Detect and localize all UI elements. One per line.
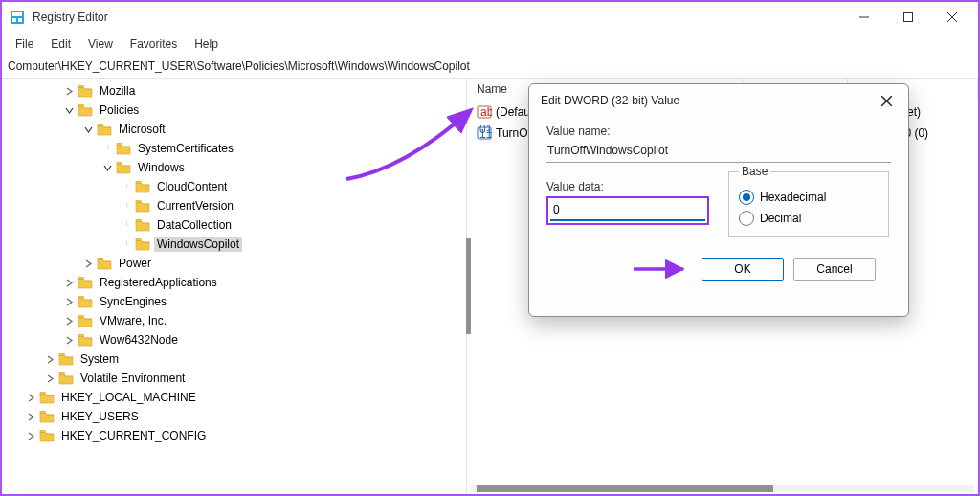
- svg-rect-9: [78, 104, 83, 106]
- tree-item[interactable]: System: [10, 349, 466, 369]
- chevron-right-icon[interactable]: [63, 315, 76, 327]
- tree-item[interactable]: DataCollection: [10, 215, 466, 235]
- tree-item-label: SyncEngines: [97, 294, 169, 309]
- tree-item-label: CurrentVersion: [154, 198, 236, 214]
- menu-help[interactable]: Help: [187, 34, 226, 54]
- tree-item[interactable]: SyncEngines: [10, 292, 466, 311]
- menu-view[interactable]: View: [80, 34, 121, 54]
- regedit-icon: [10, 10, 25, 25]
- tree-item[interactable]: Policies: [10, 101, 466, 120]
- chevron-right-icon[interactable]: [63, 296, 76, 308]
- tree-item-label: Windows: [135, 160, 188, 175]
- chevron-right-icon[interactable]: [63, 277, 76, 289]
- close-button[interactable]: [930, 2, 974, 33]
- tree-item[interactable]: SystemCertificates: [10, 139, 466, 158]
- tree-item-label: Wow6432Node: [97, 332, 181, 348]
- tree-item-label: Microsoft: [116, 122, 168, 137]
- registry-editor-window: Registry Editor File Edit View Favorites…: [0, 0, 980, 496]
- svg-rect-2: [12, 18, 16, 22]
- tree-item-label: System: [78, 351, 122, 367]
- chevron-right-icon[interactable]: [25, 411, 37, 423]
- window-title: Registry Editor: [33, 11, 108, 24]
- svg-rect-26: [136, 238, 141, 240]
- svg-rect-1: [12, 12, 22, 16]
- tree-item-label: RegisteredApplications: [97, 275, 220, 290]
- dialog-close-button[interactable]: [876, 90, 897, 111]
- svg-rect-3: [18, 18, 22, 22]
- chevron-right-icon[interactable]: [63, 334, 76, 347]
- ok-button[interactable]: OK: [702, 258, 784, 281]
- tree-item[interactable]: RegisteredApplications: [10, 273, 466, 292]
- scrollbar-handle-icon[interactable]: [477, 485, 773, 492]
- menu-favorites[interactable]: Favorites: [122, 34, 185, 54]
- chevron-down-icon[interactable]: [63, 104, 76, 117]
- string-value-icon: ab: [477, 104, 492, 120]
- base-legend: Base: [739, 165, 770, 178]
- tree-item-label: Policies: [97, 102, 142, 118]
- svg-rect-28: [78, 277, 83, 279]
- menubar: File Edit View Favorites Help: [2, 33, 978, 56]
- svg-rect-36: [40, 430, 45, 432]
- value-name-label: Value name:: [546, 124, 891, 138]
- svg-rect-13: [117, 143, 122, 145]
- menu-file[interactable]: File: [8, 34, 41, 54]
- value-data-label: Value data:: [546, 180, 709, 193]
- cancel-button[interactable]: Cancel: [793, 258, 876, 281]
- registry-tree[interactable]: MozillaPoliciesMicrosoftSystemCertificat…: [2, 79, 467, 494]
- radio-hexadecimal[interactable]: Hexadecimal: [739, 190, 879, 205]
- tree-item[interactable]: Windows: [10, 158, 466, 177]
- chevron-right-icon[interactable]: [44, 353, 56, 366]
- svg-rect-17: [136, 181, 141, 183]
- svg-rect-8: [78, 85, 83, 87]
- tree-item[interactable]: CurrentVersion: [10, 196, 466, 215]
- tree-item[interactable]: Microsoft: [10, 120, 466, 139]
- radio-dec-label: Decimal: [760, 212, 801, 225]
- tree-item-label: CloudContent: [154, 179, 230, 194]
- svg-rect-5: [904, 13, 913, 22]
- svg-rect-35: [40, 411, 45, 413]
- dialog-title-text: Edit DWORD (32-bit) Value: [541, 94, 679, 107]
- tree-item-label: HKEY_LOCAL_MACHINE: [58, 390, 199, 405]
- tree-item[interactable]: Wow6432Node: [10, 330, 466, 349]
- address-bar[interactable]: Computer\HKEY_CURRENT_USER\Software\Poli…: [2, 56, 978, 79]
- tree-item[interactable]: VMware, Inc.: [10, 311, 466, 330]
- value-data-highlight-box: [546, 196, 709, 225]
- tree-item[interactable]: CloudContent: [10, 177, 466, 196]
- chevron-right-icon[interactable]: [25, 430, 37, 442]
- svg-rect-34: [40, 392, 45, 394]
- tree-item[interactable]: Power: [10, 254, 466, 273]
- horizontal-scrollbar[interactable]: [471, 485, 974, 492]
- chevron-right-icon[interactable]: [63, 85, 76, 98]
- tree-item-label: VMware, Inc.: [97, 313, 169, 328]
- tree-item-label: WindowsCopilot: [154, 237, 242, 252]
- tree-item[interactable]: Volatile Environment: [10, 369, 466, 388]
- tree-line-icon: [121, 219, 133, 232]
- dialog-titlebar: Edit DWORD (32-bit) Value: [529, 84, 908, 117]
- tree-item[interactable]: Mozilla: [10, 81, 466, 101]
- edit-dword-dialog: Edit DWORD (32-bit) Value Value name: Tu…: [528, 83, 909, 317]
- tree-item[interactable]: HKEY_LOCAL_MACHINE: [10, 388, 466, 407]
- tree-item-label: DataCollection: [154, 217, 234, 233]
- tree-item-label: SystemCertificates: [135, 141, 236, 156]
- tree-line-icon: [121, 238, 133, 251]
- radio-icon: [739, 211, 754, 226]
- menu-edit[interactable]: Edit: [43, 34, 78, 54]
- chevron-right-icon[interactable]: [82, 258, 95, 270]
- tree-item-label: Power: [116, 256, 154, 271]
- base-fieldset: Base Hexadecimal Decimal: [728, 165, 889, 237]
- chevron-down-icon[interactable]: [101, 162, 114, 174]
- value-data-input[interactable]: [550, 200, 705, 221]
- tree-line-icon: [121, 200, 133, 213]
- svg-rect-32: [59, 353, 64, 355]
- tree-item[interactable]: HKEY_USERS: [10, 407, 466, 426]
- tree-line-icon: [101, 143, 114, 155]
- tree-item[interactable]: HKEY_CURRENT_CONFIG: [10, 426, 466, 445]
- minimize-button[interactable]: [842, 2, 886, 33]
- chevron-right-icon[interactable]: [25, 392, 37, 404]
- maximize-button[interactable]: [886, 2, 930, 33]
- chevron-down-icon[interactable]: [82, 124, 95, 136]
- chevron-right-icon[interactable]: [44, 372, 56, 385]
- tree-item[interactable]: WindowsCopilot: [10, 235, 466, 254]
- svg-rect-10: [98, 124, 102, 125]
- radio-decimal[interactable]: Decimal: [739, 211, 879, 226]
